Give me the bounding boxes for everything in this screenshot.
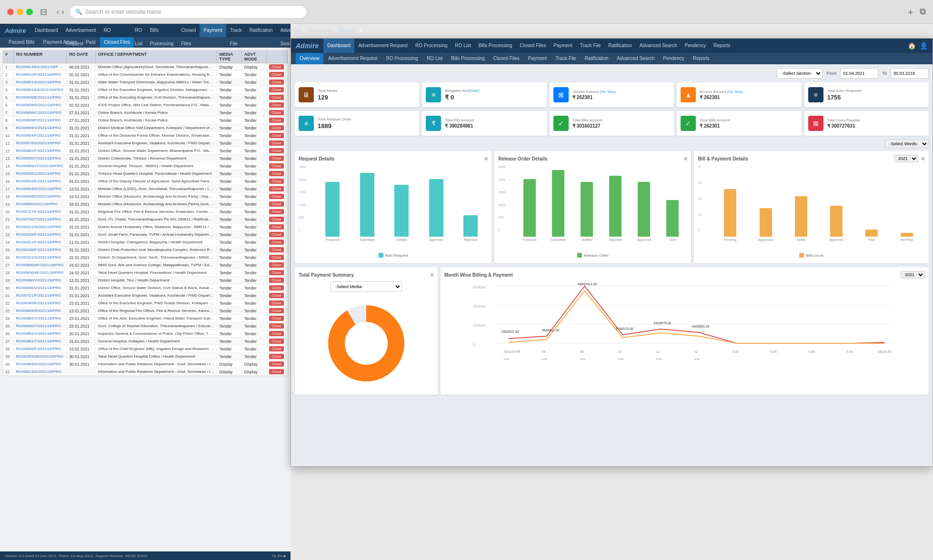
- month-billing-year-select[interactable]: 2021: [901, 271, 925, 279]
- close-button-37[interactable]: Close: [269, 346, 283, 351]
- fg-sub-track[interactable]: Track File: [552, 53, 580, 64]
- close-button-35[interactable]: Close: [269, 331, 283, 336]
- close-button-6[interactable]: Close: [269, 110, 283, 115]
- minimize-window-button[interactable]: [17, 9, 23, 15]
- fg-nav-dashboard[interactable]: Dashboard: [323, 39, 354, 53]
- close-button-34[interactable]: Close: [269, 323, 283, 329]
- td-ro-25[interactable]: RO/00221/S/2021/16/PRO: [14, 254, 67, 260]
- td-ro-32[interactable]: RO/00849/9/2021/16/PRO: [14, 308, 67, 314]
- td-ro-31[interactable]: RO/00345/F/2021/16/PRO: [14, 300, 67, 306]
- close-button-8[interactable]: Close: [269, 125, 283, 130]
- td-ro-16[interactable]: RO/00604/D/2021/16/PRO: [14, 186, 67, 192]
- close-button-0[interactable]: Close: [269, 64, 283, 70]
- close-button-13[interactable]: Close: [269, 163, 283, 169]
- close-button-2[interactable]: Close: [269, 80, 283, 85]
- td-ro-23[interactable]: RO/00212/F/2021/16/PRO: [14, 239, 67, 245]
- fg-sub-ro-list[interactable]: RO List: [423, 53, 446, 64]
- close-button-22[interactable]: Close: [269, 232, 283, 237]
- close-button-29[interactable]: Close: [269, 285, 283, 290]
- td-ro-18[interactable]: RO/00850/2021/16/PRO: [14, 201, 67, 207]
- bill-payment-year-select[interactable]: 2021: [894, 155, 918, 162]
- td-ro-2[interactable]: RO/00601/9/2021/16/PRO: [14, 79, 67, 85]
- td-ro-0[interactable]: RO/00614401/2021/16/PRO: [14, 64, 67, 70]
- close-button-14[interactable]: Close: [269, 171, 283, 176]
- bg-nav-reports[interactable]: Reports: [334, 24, 359, 37]
- close-button-39[interactable]: Close: [269, 361, 283, 367]
- fg-sub-reports[interactable]: Reports: [689, 53, 713, 64]
- words-select[interactable]: -Select Words-: [885, 140, 929, 148]
- duplicate-tab-button[interactable]: ⧉: [920, 6, 926, 18]
- fg-sub-bills[interactable]: Bills Processing: [447, 53, 489, 64]
- fg-sub-advanced[interactable]: Advanced Search: [613, 53, 658, 64]
- fg-sub-payment[interactable]: Payment: [524, 53, 551, 64]
- close-button-36[interactable]: Close: [269, 339, 283, 344]
- fg-nav-ro-list[interactable]: RO List: [451, 39, 474, 53]
- bg-nav-ro-processing[interactable]: RO Processing: [100, 24, 131, 37]
- td-ro-33[interactable]: RO/00862/V/2021/16/PRO: [14, 315, 67, 321]
- bg-nav-payment[interactable]: Payment: [200, 24, 226, 37]
- section-select[interactable]: -Select Section-: [777, 68, 823, 79]
- new-tab-button[interactable]: ＋: [906, 6, 915, 18]
- fg-sub-advertisement[interactable]: Advertisement Request: [324, 53, 381, 64]
- td-ro-1[interactable]: RO/00610/F/2021/16/PRO: [14, 71, 67, 78]
- td-ro-36[interactable]: RO/00862/T/2021/16/PRO: [14, 338, 67, 344]
- bg-nav-ratification[interactable]: Ratification: [245, 24, 276, 37]
- bg-sub-paid[interactable]: Paid: [82, 37, 99, 48]
- to-date-input[interactable]: [891, 68, 929, 79]
- close-button-10[interactable]: Close: [269, 140, 283, 146]
- close-button-3[interactable]: Close: [269, 87, 283, 92]
- td-ro-24[interactable]: RO/00248/F/2021/16/PRO: [14, 247, 67, 253]
- fg-nav-advanced[interactable]: Advanced Search: [636, 39, 681, 53]
- fg-nav-ro-processing[interactable]: RO Processing: [411, 39, 451, 53]
- close-button-40[interactable]: Close: [269, 369, 283, 374]
- td-ro-13[interactable]: RO/00559/2T/2021/16/PRO: [14, 163, 67, 169]
- td-ro-7[interactable]: RO/00609/F/2021/16/PRO: [14, 117, 67, 123]
- bg-sub-closed-files[interactable]: Closed Files: [100, 37, 134, 48]
- td-ro-17[interactable]: RO/00608/0/2021/16/PRO: [14, 193, 67, 200]
- fg-sub-ro-processing[interactable]: RO Processing: [382, 53, 422, 64]
- td-ro-35[interactable]: RO/00852/V/2021/16/PRO: [14, 330, 67, 337]
- bg-nav-closed[interactable]: Closed Files: [177, 24, 200, 37]
- fg-nav-track[interactable]: Track File: [576, 39, 605, 53]
- fullscreen-window-button[interactable]: [26, 9, 33, 15]
- td-ro-4[interactable]: RO/00608/E/2021/12/PRO: [14, 94, 67, 100]
- td-ro-21[interactable]: RO/00221/N/2021/16/PRO: [14, 224, 67, 230]
- td-ro-39[interactable]: RO/00863/D/2021/16/PRO: [14, 361, 67, 367]
- td-ro-10[interactable]: RO/00578/3/2021/16/PRO: [14, 140, 67, 146]
- td-ro-6[interactable]: RO/00608/C/2021/16/PRO: [14, 110, 67, 116]
- close-button-30[interactable]: Close: [269, 293, 283, 298]
- close-button-24[interactable]: Close: [269, 247, 283, 252]
- close-button-18[interactable]: Close: [269, 201, 283, 207]
- close-button-11[interactable]: Close: [269, 148, 283, 153]
- td-ro-28[interactable]: RO/00680/V/2021/16/PRO: [14, 277, 67, 283]
- close-button-38[interactable]: Close: [269, 354, 283, 359]
- bg-nav-ro-list[interactable]: RO List: [131, 24, 146, 37]
- bg-nav-advertisement[interactable]: Advertisement Request: [62, 24, 100, 37]
- td-ro-20[interactable]: RO/00706/T/2021/16/PRO: [14, 216, 67, 222]
- close-button-9[interactable]: Close: [269, 133, 283, 138]
- media-select[interactable]: -Select Media-: [331, 281, 402, 292]
- td-ro-19[interactable]: RO/00717/F/2021/16/PRO: [14, 209, 67, 215]
- close-button-20[interactable]: Close: [269, 217, 283, 222]
- td-ro-12[interactable]: RO/00595/T/2021/16/PRO: [14, 155, 67, 161]
- home-icon[interactable]: 🏠: [908, 42, 916, 50]
- close-window-button[interactable]: [7, 9, 14, 15]
- close-button-21[interactable]: Close: [269, 224, 283, 230]
- td-ro-9[interactable]: RO/00604/F/2021/16/PRO: [14, 132, 67, 139]
- bg-nav-dashboard[interactable]: Dashboard: [31, 24, 62, 37]
- td-ro-38[interactable]: RO/00253/2E/2021/16/PRO: [14, 353, 67, 360]
- fg-nav-ratification[interactable]: Ratification: [604, 39, 635, 53]
- fg-sub-pendency[interactable]: Pendency: [659, 53, 688, 64]
- close-button-12[interactable]: Close: [269, 156, 283, 161]
- bill-payment-menu-icon[interactable]: ≡: [921, 155, 925, 162]
- close-button-26[interactable]: Close: [269, 262, 283, 268]
- close-button-33[interactable]: Close: [269, 316, 283, 321]
- back-button[interactable]: ‹: [57, 8, 59, 16]
- close-button-28[interactable]: Close: [269, 278, 283, 283]
- sidebar-toggle-button[interactable]: ⊟: [40, 7, 47, 17]
- td-ro-26[interactable]: RO/00850/AF/2021/16/PRO: [14, 262, 67, 268]
- fg-nav-reports[interactable]: Reports: [710, 39, 734, 53]
- forward-button[interactable]: ›: [61, 8, 64, 16]
- bg-nav-bills[interactable]: Bills Processing: [146, 24, 177, 37]
- close-button-4[interactable]: Close: [269, 95, 283, 100]
